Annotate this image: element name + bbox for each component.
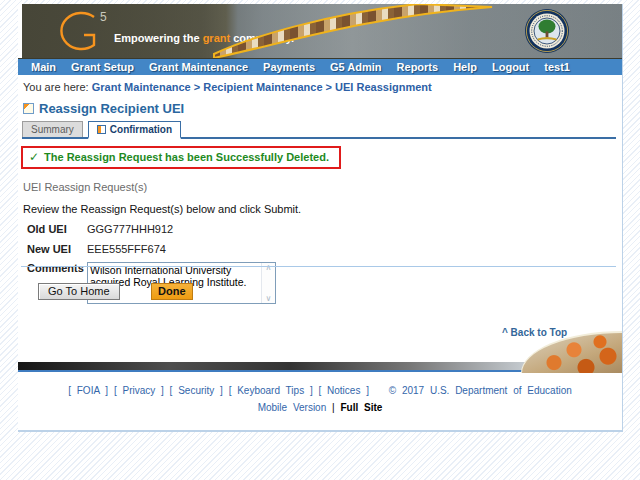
footer-separator: | (332, 402, 335, 413)
scroll-down-icon[interactable]: ∨ (266, 294, 272, 303)
mobile-version-link[interactable]: Mobile Version (258, 402, 327, 413)
breadcrumb-uei-reassignment[interactable]: UEI Reassignment (335, 81, 432, 93)
main-nav: Main Grant Setup Grant Maintenance Payme… (18, 58, 622, 75)
g5-logo-icon (48, 8, 108, 56)
tab-confirmation-label: Confirmation (110, 124, 172, 135)
tab-summary-label: Summary (31, 124, 74, 135)
page-container: 5 Empowering the grant community. (18, 4, 623, 432)
nav-item-grant-maintenance[interactable]: Grant Maintenance (149, 61, 248, 73)
bracket: [ (318, 385, 321, 396)
bracket: [ (170, 385, 173, 396)
bracket: [ (68, 385, 71, 396)
bracket: ] (161, 385, 164, 396)
nav-item-logout[interactable]: Logout (492, 61, 529, 73)
nav-item-username[interactable]: test1 (544, 61, 570, 73)
old-uei-value: GGG777HHH912 (87, 223, 173, 235)
bracket: [ (114, 385, 117, 396)
old-uei-row: Old UEI GGG777HHH912 (27, 223, 622, 235)
nav-item-grant-setup[interactable]: Grant Setup (71, 61, 134, 73)
header-banner: 5 Empowering the grant community. (22, 4, 622, 58)
library-swoosh-image (212, 4, 498, 58)
back-to-top-link[interactable]: ^ Back to Top (502, 327, 567, 338)
tab-summary[interactable]: Summary (22, 121, 83, 137)
bracket: ] (366, 385, 369, 396)
department-of-education-seal-icon (524, 8, 570, 54)
footer-link-foia[interactable]: FOIA (77, 385, 100, 396)
bracket: [ (229, 385, 232, 396)
done-button[interactable]: Done (151, 283, 193, 300)
bracket: ] (105, 385, 108, 396)
g5-logo-sup: 5 (100, 10, 108, 24)
tab-bar: Summary Confirmation (22, 121, 616, 139)
nav-item-main[interactable]: Main (31, 61, 56, 73)
full-site-label: Full Site (340, 402, 382, 413)
tab-confirmation-icon (97, 125, 106, 134)
comments-scrollbar[interactable]: ∧ ∨ (261, 263, 275, 303)
breadcrumb-separator: > (326, 81, 332, 93)
page-title: Reassign Recipient UEI (39, 101, 184, 116)
old-uei-label: Old UEI (27, 223, 87, 235)
section-divider (21, 266, 616, 267)
tab-confirmation[interactable]: Confirmation (88, 121, 181, 139)
go-to-home-button[interactable]: Go To Home (38, 283, 120, 300)
bracket: ] (220, 385, 223, 396)
checkmark-icon: ✓ (29, 150, 39, 164)
success-message-box: ✓The Reassign Request has been Successfu… (21, 146, 341, 169)
bracket: ] (310, 385, 313, 396)
new-uei-label: New UEI (27, 243, 87, 255)
breadcrumb-grant-maintenance[interactable]: Grant Maintenance (92, 81, 191, 93)
instruction-text: Review the Reassign Request(s) below and… (23, 203, 622, 215)
footer-site-row: Mobile Version | Full Site (18, 402, 622, 413)
scroll-up-icon[interactable]: ∧ (266, 263, 272, 272)
success-message-text: The Reassign Request has been Successful… (44, 151, 329, 163)
page-title-row: Reassign Recipient UEI (23, 101, 622, 116)
action-buttons: Go To Home Done (38, 281, 193, 300)
footer-link-security[interactable]: Security (178, 385, 214, 396)
breadcrumb: You are here: Grant Maintenance > Recipi… (23, 81, 622, 93)
new-uei-row: New UEI EEE555FFF674 (27, 243, 622, 255)
nav-item-g5-admin[interactable]: G5 Admin (330, 61, 382, 73)
breadcrumb-recipient-maintenance[interactable]: Recipient Maintenance (203, 81, 322, 93)
footer-link-notices[interactable]: Notices (327, 385, 360, 396)
breadcrumb-separator: > (194, 81, 200, 93)
breadcrumb-prefix: You are here: (23, 81, 89, 93)
footer-link-keyboard-tips[interactable]: Keyboard Tips (237, 385, 304, 396)
nav-item-payments[interactable]: Payments (263, 61, 315, 73)
copyright-text: © 2017 U.S. Department of Education (389, 385, 572, 396)
new-uei-value: EEE555FFF674 (87, 243, 166, 255)
section-label: UEI Reassign Request(s) (23, 181, 622, 193)
footer-links-row: [ FOIA ] [ Privacy ] [ Security ] [ Keyb… (18, 385, 622, 396)
page-title-bullet-icon (23, 103, 34, 114)
footer-link-privacy[interactable]: Privacy (122, 385, 155, 396)
nav-item-help[interactable]: Help (453, 61, 477, 73)
nav-item-reports[interactable]: Reports (397, 61, 439, 73)
tagline-prefix: Empowering the (114, 32, 203, 44)
content-area: You are here: Grant Maintenance > Recipi… (18, 75, 622, 304)
